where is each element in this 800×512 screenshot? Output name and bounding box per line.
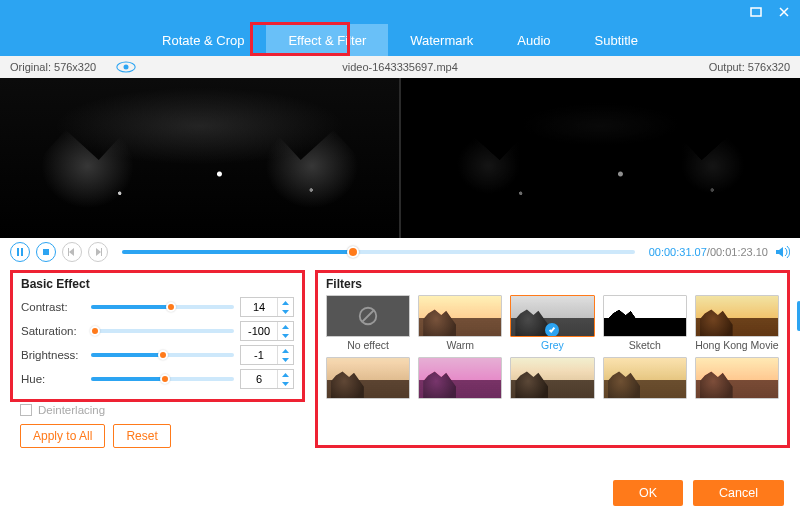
basic-spinbox[interactable] — [240, 369, 294, 389]
progress-thumb[interactable] — [347, 246, 359, 258]
filter-warm[interactable]: Warm — [418, 295, 502, 351]
basic-label: Brightness: — [21, 349, 85, 361]
basic-spinbox[interactable] — [240, 345, 294, 365]
filter-item-[interactable] — [603, 357, 687, 413]
original-size-label: Original: 576x320 — [10, 61, 96, 73]
filters-panel: Filters No effectWarmGreySketchHong Kong… — [315, 270, 790, 448]
filter-hong-kong-movie[interactable]: Hong Kong Movie — [695, 295, 779, 351]
basic-label: Contrast: — [21, 301, 85, 313]
minimize-button[interactable] — [748, 4, 764, 20]
spin-up[interactable] — [278, 322, 293, 331]
filter-caption — [510, 401, 594, 413]
basic-row-brightness: Brightness: — [21, 343, 294, 367]
next-frame-button[interactable] — [88, 242, 108, 262]
basic-row-hue: Hue: — [21, 367, 294, 391]
progress-track[interactable] — [122, 250, 635, 254]
basic-spinbox[interactable] — [240, 321, 294, 341]
info-bar: Original: 576x320 video-1643335697.mp4 O… — [0, 56, 800, 78]
filter-item-[interactable] — [418, 357, 502, 413]
preview-original — [0, 78, 399, 238]
spin-up[interactable] — [278, 370, 293, 379]
filter-caption: Sketch — [603, 339, 687, 351]
selected-check-icon — [545, 323, 559, 337]
basic-row-saturation: Saturation: — [21, 319, 294, 343]
deinterlacing-checkbox[interactable]: Deinterlacing — [20, 404, 305, 416]
filter-item-[interactable] — [695, 357, 779, 413]
lower-panels: Basic Effect Contrast:Saturation:Brightn… — [0, 266, 800, 454]
stop-button[interactable] — [36, 242, 56, 262]
svg-rect-4 — [21, 248, 23, 256]
filter-caption — [603, 401, 687, 413]
filter-caption: Grey — [510, 339, 594, 351]
slider-thumb[interactable] — [90, 326, 100, 336]
filter-sketch[interactable]: Sketch — [603, 295, 687, 351]
slider-thumb[interactable] — [166, 302, 176, 312]
output-size-label: Output: 576x320 — [709, 61, 790, 73]
basic-effect-panel: Basic Effect Contrast:Saturation:Brightn… — [10, 270, 305, 402]
filter-grey[interactable]: Grey — [510, 295, 594, 351]
filter-caption: Hong Kong Movie — [695, 339, 779, 351]
filters-title: Filters — [326, 277, 779, 291]
tab-effect-filter[interactable]: Effect & Filter — [266, 24, 388, 56]
filename-label: video-1643335697.mp4 — [342, 61, 458, 73]
filter-caption — [418, 401, 502, 413]
svg-rect-7 — [101, 248, 102, 256]
basic-effect-title: Basic Effect — [21, 277, 294, 291]
svg-rect-5 — [43, 249, 49, 255]
pause-button[interactable] — [10, 242, 30, 262]
tab-bar: Rotate & CropEffect & FilterWatermarkAud… — [0, 24, 800, 56]
tab-rotate-crop[interactable]: Rotate & Crop — [140, 24, 266, 56]
time-display: 00:00:31.07/00:01:23.10 — [649, 246, 768, 258]
footer-buttons: OK Cancel — [613, 480, 784, 506]
filter-no-effect[interactable]: No effect — [326, 295, 410, 351]
filter-caption: No effect — [326, 339, 410, 351]
spin-down[interactable] — [278, 307, 293, 316]
basic-value-input[interactable] — [241, 322, 277, 340]
spin-down[interactable] — [278, 355, 293, 364]
basic-slider[interactable] — [91, 377, 234, 381]
preview-toggle-icon[interactable] — [116, 61, 136, 73]
close-button[interactable] — [776, 4, 792, 20]
basic-value-input[interactable] — [241, 370, 277, 388]
spin-up[interactable] — [278, 346, 293, 355]
slider-thumb[interactable] — [158, 350, 168, 360]
svg-rect-3 — [17, 248, 19, 256]
filter-item-[interactable] — [510, 357, 594, 413]
volume-icon[interactable] — [774, 244, 790, 260]
basic-slider[interactable] — [91, 305, 234, 309]
filter-item-[interactable] — [326, 357, 410, 413]
prev-frame-button[interactable] — [62, 242, 82, 262]
spin-down[interactable] — [278, 331, 293, 340]
reset-button[interactable]: Reset — [113, 424, 170, 448]
tab-subtitle[interactable]: Subtitle — [573, 24, 660, 56]
basic-slider[interactable] — [91, 329, 234, 333]
slider-thumb[interactable] — [160, 374, 170, 384]
filter-caption — [695, 401, 779, 413]
preview-output — [399, 78, 800, 238]
titlebar — [0, 0, 800, 24]
tab-watermark[interactable]: Watermark — [388, 24, 495, 56]
basic-value-input[interactable] — [241, 298, 277, 316]
tab-audio[interactable]: Audio — [495, 24, 572, 56]
svg-rect-6 — [68, 248, 69, 256]
filter-caption: Warm — [418, 339, 502, 351]
apply-to-all-button[interactable]: Apply to All — [20, 424, 105, 448]
svg-rect-0 — [751, 8, 761, 16]
svg-point-2 — [124, 65, 129, 70]
basic-slider[interactable] — [91, 353, 234, 357]
filter-caption — [326, 401, 410, 413]
player-bar: 00:00:31.07/00:01:23.10 — [0, 238, 800, 266]
basic-row-contrast: Contrast: — [21, 295, 294, 319]
basic-value-input[interactable] — [241, 346, 277, 364]
ok-button[interactable]: OK — [613, 480, 683, 506]
basic-label: Saturation: — [21, 325, 85, 337]
spin-down[interactable] — [278, 379, 293, 388]
spin-up[interactable] — [278, 298, 293, 307]
cancel-button[interactable]: Cancel — [693, 480, 784, 506]
preview-row — [0, 78, 800, 238]
basic-spinbox[interactable] — [240, 297, 294, 317]
basic-label: Hue: — [21, 373, 85, 385]
